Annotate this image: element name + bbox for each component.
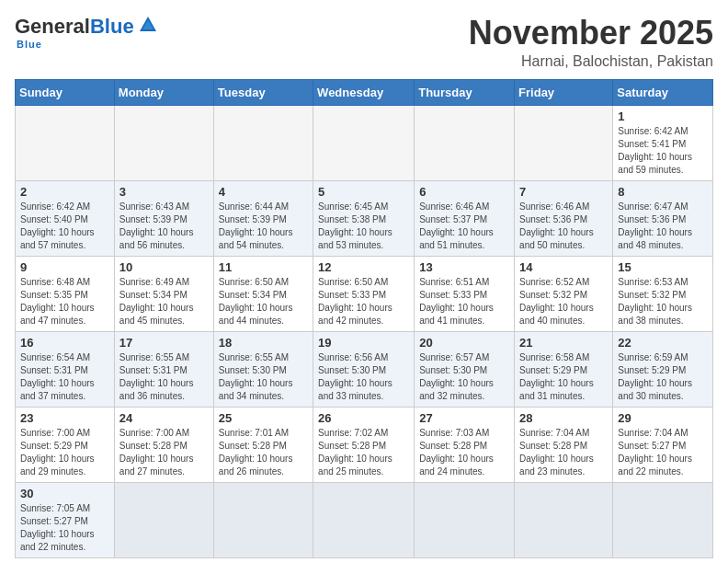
- day-info: Sunrise: 6:42 AM Sunset: 5:41 PM Dayligh…: [618, 125, 708, 177]
- calendar-cell: 17Sunrise: 6:55 AM Sunset: 5:31 PM Dayli…: [114, 331, 213, 407]
- header-thursday: Thursday: [415, 79, 515, 105]
- calendar-cell: 19Sunrise: 6:56 AM Sunset: 5:30 PM Dayli…: [313, 331, 415, 407]
- day-number: 28: [519, 411, 608, 425]
- calendar-cell: 16Sunrise: 6:54 AM Sunset: 5:31 PM Dayli…: [16, 331, 115, 407]
- calendar-cell: [213, 105, 313, 180]
- day-info: Sunrise: 6:50 AM Sunset: 5:33 PM Dayligh…: [318, 276, 409, 327]
- day-info: Sunrise: 6:57 AM Sunset: 5:30 PM Dayligh…: [419, 351, 509, 403]
- calendar-cell: [515, 482, 613, 557]
- day-info: Sunrise: 7:04 AM Sunset: 5:28 PM Dayligh…: [519, 427, 608, 478]
- calendar-cell: [114, 482, 213, 557]
- day-info: Sunrise: 6:45 AM Sunset: 5:38 PM Dayligh…: [318, 201, 409, 252]
- header-friday: Friday: [515, 79, 613, 105]
- calendar-cell: 23Sunrise: 7:00 AM Sunset: 5:29 PM Dayli…: [16, 407, 115, 482]
- calendar-cell: 7Sunrise: 6:46 AM Sunset: 5:36 PM Daylig…: [515, 180, 613, 256]
- day-info: Sunrise: 7:04 AM Sunset: 5:27 PM Dayligh…: [618, 427, 708, 478]
- calendar-week-row: 1Sunrise: 6:42 AM Sunset: 5:41 PM Daylig…: [16, 105, 713, 180]
- day-number: 7: [519, 185, 608, 199]
- day-info: Sunrise: 7:02 AM Sunset: 5:28 PM Dayligh…: [318, 427, 409, 478]
- day-info: Sunrise: 6:55 AM Sunset: 5:30 PM Dayligh…: [219, 351, 308, 403]
- calendar-cell: 27Sunrise: 7:03 AM Sunset: 5:28 PM Dayli…: [415, 407, 515, 482]
- calendar-cell: 25Sunrise: 7:01 AM Sunset: 5:28 PM Dayli…: [213, 407, 313, 482]
- calendar-cell: 24Sunrise: 7:00 AM Sunset: 5:28 PM Dayli…: [114, 407, 213, 482]
- calendar-cell: 13Sunrise: 6:51 AM Sunset: 5:33 PM Dayli…: [415, 256, 515, 331]
- day-info: Sunrise: 6:56 AM Sunset: 5:30 PM Dayligh…: [318, 351, 409, 403]
- logo-area: General Blue Blue: [15, 15, 158, 50]
- day-info: Sunrise: 7:00 AM Sunset: 5:29 PM Dayligh…: [20, 427, 109, 478]
- header: General Blue Blue November 2025 Harnai, …: [15, 15, 713, 70]
- day-info: Sunrise: 6:59 AM Sunset: 5:29 PM Dayligh…: [618, 351, 708, 403]
- day-info: Sunrise: 6:49 AM Sunset: 5:34 PM Dayligh…: [119, 276, 209, 327]
- logo-blue-text: Blue: [90, 15, 134, 39]
- day-number: 11: [219, 260, 308, 274]
- calendar-cell: [613, 482, 713, 557]
- calendar-cell: 6Sunrise: 6:46 AM Sunset: 5:37 PM Daylig…: [415, 180, 515, 256]
- day-info: Sunrise: 6:58 AM Sunset: 5:29 PM Dayligh…: [519, 351, 608, 403]
- day-number: 20: [419, 336, 509, 350]
- day-info: Sunrise: 6:51 AM Sunset: 5:33 PM Dayligh…: [419, 276, 509, 327]
- day-info: Sunrise: 7:00 AM Sunset: 5:28 PM Dayligh…: [119, 427, 209, 478]
- day-number: 10: [119, 260, 209, 274]
- day-number: 8: [618, 185, 708, 199]
- logo-general-text: General: [15, 15, 90, 39]
- calendar-table: Sunday Monday Tuesday Wednesday Thursday…: [15, 79, 713, 558]
- title-area: November 2025 Harnai, Balochistan, Pakis…: [469, 15, 713, 70]
- calendar-cell: 28Sunrise: 7:04 AM Sunset: 5:28 PM Dayli…: [515, 407, 613, 482]
- calendar-cell: [415, 482, 515, 557]
- calendar-cell: [515, 105, 613, 180]
- calendar-header-row: Sunday Monday Tuesday Wednesday Thursday…: [16, 79, 713, 105]
- calendar-cell: 3Sunrise: 6:43 AM Sunset: 5:39 PM Daylig…: [114, 180, 213, 256]
- calendar-cell: 26Sunrise: 7:02 AM Sunset: 5:28 PM Dayli…: [313, 407, 415, 482]
- calendar-cell: 2Sunrise: 6:42 AM Sunset: 5:40 PM Daylig…: [16, 180, 115, 256]
- logo-icon: [138, 15, 158, 39]
- day-info: Sunrise: 6:53 AM Sunset: 5:32 PM Dayligh…: [618, 276, 708, 327]
- day-number: 23: [20, 411, 109, 425]
- logo: General Blue: [15, 15, 158, 39]
- day-info: Sunrise: 6:46 AM Sunset: 5:37 PM Dayligh…: [419, 201, 509, 252]
- calendar-cell: 22Sunrise: 6:59 AM Sunset: 5:29 PM Dayli…: [613, 331, 713, 407]
- day-number: 24: [119, 411, 209, 425]
- day-number: 5: [318, 185, 409, 199]
- day-number: 25: [219, 411, 308, 425]
- header-wednesday: Wednesday: [313, 79, 415, 105]
- calendar-cell: 8Sunrise: 6:47 AM Sunset: 5:36 PM Daylig…: [613, 180, 713, 256]
- calendar-cell: [415, 105, 515, 180]
- day-number: 27: [419, 411, 509, 425]
- day-info: Sunrise: 7:03 AM Sunset: 5:28 PM Dayligh…: [419, 427, 509, 478]
- day-number: 18: [219, 336, 308, 350]
- day-info: Sunrise: 6:52 AM Sunset: 5:32 PM Dayligh…: [519, 276, 608, 327]
- day-number: 17: [119, 336, 209, 350]
- calendar-cell: 4Sunrise: 6:44 AM Sunset: 5:39 PM Daylig…: [213, 180, 313, 256]
- day-info: Sunrise: 6:50 AM Sunset: 5:34 PM Dayligh…: [219, 276, 308, 327]
- day-number: 6: [419, 185, 509, 199]
- day-number: 9: [20, 260, 109, 274]
- header-monday: Monday: [114, 79, 213, 105]
- header-sunday: Sunday: [16, 79, 115, 105]
- day-number: 21: [519, 336, 608, 350]
- day-number: 22: [618, 336, 708, 350]
- calendar-title: November 2025: [469, 15, 713, 52]
- calendar-week-row: 2Sunrise: 6:42 AM Sunset: 5:40 PM Daylig…: [16, 180, 713, 256]
- day-info: Sunrise: 6:44 AM Sunset: 5:39 PM Dayligh…: [219, 201, 308, 252]
- day-number: 13: [419, 260, 509, 274]
- header-saturday: Saturday: [613, 79, 713, 105]
- day-info: Sunrise: 6:46 AM Sunset: 5:36 PM Dayligh…: [519, 201, 608, 252]
- logo-tagline: Blue: [17, 39, 42, 50]
- calendar-cell: [313, 105, 415, 180]
- day-info: Sunrise: 6:54 AM Sunset: 5:31 PM Dayligh…: [20, 351, 109, 403]
- day-info: Sunrise: 7:01 AM Sunset: 5:28 PM Dayligh…: [219, 427, 308, 478]
- calendar-cell: 20Sunrise: 6:57 AM Sunset: 5:30 PM Dayli…: [415, 331, 515, 407]
- calendar-subtitle: Harnai, Balochistan, Pakistan: [469, 53, 713, 70]
- day-number: 30: [20, 487, 109, 500]
- calendar-cell: [114, 105, 213, 180]
- calendar-cell: [313, 482, 415, 557]
- day-number: 29: [618, 411, 708, 425]
- calendar-cell: 11Sunrise: 6:50 AM Sunset: 5:34 PM Dayli…: [213, 256, 313, 331]
- calendar-cell: 15Sunrise: 6:53 AM Sunset: 5:32 PM Dayli…: [613, 256, 713, 331]
- day-info: Sunrise: 6:47 AM Sunset: 5:36 PM Dayligh…: [618, 201, 708, 252]
- day-info: Sunrise: 6:48 AM Sunset: 5:35 PM Dayligh…: [20, 276, 109, 327]
- calendar-cell: [213, 482, 313, 557]
- day-info: Sunrise: 7:05 AM Sunset: 5:27 PM Dayligh…: [20, 502, 109, 554]
- day-number: 14: [519, 260, 608, 274]
- calendar-week-row: 16Sunrise: 6:54 AM Sunset: 5:31 PM Dayli…: [16, 331, 713, 407]
